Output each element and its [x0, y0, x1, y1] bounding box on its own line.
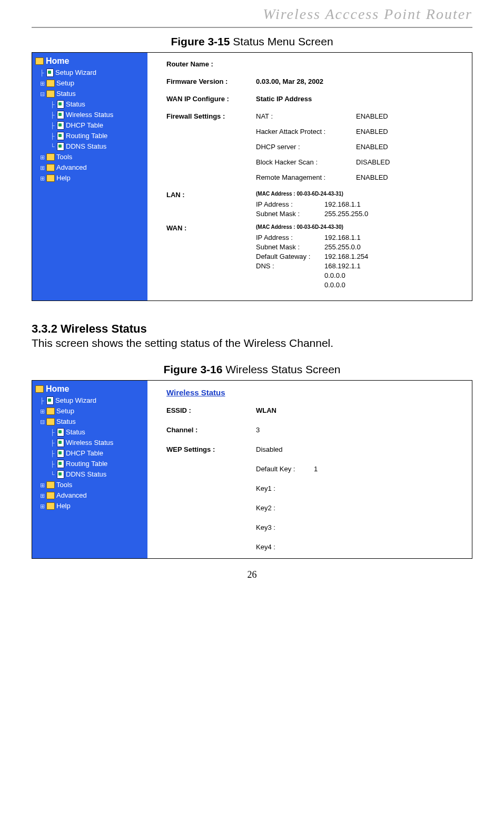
nav-ddns-status-label: DDNS Status [66, 141, 106, 152]
nav-advanced[interactable]: ⊞ Advanced [34, 162, 147, 173]
tree-line-icon: ├ [50, 459, 55, 469]
expand-icon[interactable]: ⊞ [39, 406, 45, 416]
nav-advanced-2[interactable]: ⊞ Advanced [34, 490, 147, 501]
folder-open-icon [35, 385, 44, 393]
lan-label: LAN : [166, 191, 256, 199]
header-title: Wireless Acccess Point Router [263, 6, 472, 23]
expand-icon[interactable]: ⊞ [39, 173, 45, 183]
nav-wireless-status-label: Wireless Status [66, 110, 113, 120]
fw-block-scan: Block Hacker Scan :DISABLED [256, 158, 390, 166]
nav-setup-wizard-label-2: Setup Wizard [55, 395, 96, 406]
wan-mask-label: Subnet Mask : [256, 242, 324, 252]
nav-home-label-2: Home [46, 384, 69, 394]
tree-line-icon: ├ [50, 131, 55, 141]
nav-status-status[interactable]: ├ Status [34, 99, 147, 110]
collapse-icon[interactable]: ⊟ [39, 416, 45, 427]
fw-block-scan-label: Block Hacker Scan : [256, 158, 356, 166]
nav-ddns-status-label-2: DDNS Status [66, 469, 106, 480]
nav-ddns-status[interactable]: └ DDNS Status [34, 141, 147, 152]
expand-icon[interactable]: ⊞ [39, 501, 45, 511]
fw-nat-label: NAT : [256, 112, 356, 120]
doc-icon [46, 396, 54, 405]
nav-setup-wizard[interactable]: ├ Setup Wizard [34, 67, 147, 78]
figure-caption-2: Figure 3-16 Wireless Status Screen [32, 363, 472, 376]
section-body: This screen shows the setting status of … [32, 337, 472, 350]
nav-tools-2[interactable]: ⊞ Tools [34, 480, 147, 490]
doc-icon [57, 111, 64, 119]
lan-ip-block: IP Address :192.168.1.1 Subnet Mask :255… [256, 200, 368, 219]
router-name-label: Router Name : [166, 60, 256, 68]
doc-icon [57, 428, 64, 436]
expand-icon[interactable]: ⊞ [39, 162, 45, 173]
nav-dhcp-table-2[interactable]: ├ DHCP Table [34, 448, 147, 459]
nav-sidebar-2: Home ├ Setup Wizard ⊞ Setup ⊟ Status ├ S… [32, 381, 147, 558]
page-number: 26 [32, 569, 472, 580]
folder-icon [46, 174, 55, 182]
nav-tools-label: Tools [56, 152, 72, 162]
nav-status[interactable]: ⊟ Status [34, 89, 147, 99]
caption-2-bold: Figure 3-16 [163, 363, 222, 375]
firewall-items: NAT :ENABLED Hacker Attack Protect :ENAB… [256, 112, 390, 181]
nav-setup-wizard-2[interactable]: ├ Setup Wizard [34, 395, 147, 406]
doc-icon [57, 142, 64, 151]
wan-dns3-label [256, 280, 324, 290]
collapse-icon[interactable]: ⊟ [39, 89, 45, 99]
expand-icon[interactable]: ⊞ [39, 490, 45, 501]
tree-line-icon: ├ [50, 427, 55, 438]
nav-home[interactable]: Home [34, 56, 147, 66]
wireless-status-title: Wireless Status [166, 388, 463, 397]
wan-dns3-value: 0.0.0.0 [324, 280, 345, 290]
folder-open-icon [46, 418, 55, 425]
doc-icon [57, 121, 64, 130]
fw-version-value: 0.03.00, Mar 28, 2002 [256, 77, 323, 85]
nav-setup-2[interactable]: ⊞ Setup [34, 406, 147, 416]
nav-dhcp-table[interactable]: ├ DHCP Table [34, 120, 147, 131]
wireless-status-screenshot: Home ├ Setup Wizard ⊞ Setup ⊟ Status ├ S… [32, 380, 472, 559]
firewall-label: Firewall Settings : [166, 112, 256, 120]
nav-wireless-status[interactable]: ├ Wireless Status [34, 110, 147, 120]
fw-block-scan-value: DISABLED [356, 158, 390, 166]
nav-wireless-status-label-2: Wireless Status [66, 438, 113, 448]
doc-icon [57, 132, 64, 140]
key3-label: Key3 : [256, 523, 314, 531]
wan-dns-value: 168.192.1.1 [324, 261, 361, 271]
nav-status-status-2[interactable]: ├ Status [34, 427, 147, 438]
doc-icon [57, 439, 64, 447]
nav-tools-label-2: Tools [56, 480, 72, 490]
nav-setup[interactable]: ⊞ Setup [34, 78, 147, 89]
status-content: Router Name : Firmware Version : 0.03.00… [147, 53, 472, 300]
folder-icon [46, 481, 55, 489]
nav-wireless-status-2[interactable]: ├ Wireless Status [34, 438, 147, 448]
channel-value: 3 [256, 426, 260, 434]
lan-ip-value: 192.168.1.1 [324, 200, 361, 209]
caption-1-text: Status Menu Screen [230, 35, 333, 47]
nav-routing-table-2[interactable]: ├ Routing Table [34, 459, 147, 469]
expand-icon[interactable]: ⊞ [39, 78, 45, 89]
key1-label: Key1 : [256, 484, 314, 492]
nav-setup-label-2: Setup [56, 406, 74, 416]
wan-dns2-label [256, 271, 324, 280]
nav-help[interactable]: ⊞ Help [34, 173, 147, 183]
nav-home-label: Home [46, 56, 69, 66]
nav-home-2[interactable]: Home [34, 384, 147, 394]
wan-ip-value: 192.168.1.1 [324, 233, 361, 242]
expand-icon[interactable]: ⊞ [39, 480, 45, 490]
fw-dhcp-server-value: ENABLED [356, 143, 388, 151]
nav-status-2[interactable]: ⊟ Status [34, 416, 147, 427]
nav-ddns-status-2[interactable]: └ DDNS Status [34, 469, 147, 480]
expand-icon[interactable]: ⊞ [39, 152, 45, 162]
wan-gw-label: Default Gateway : [256, 252, 324, 261]
wan-mac: (MAC Address : 00-03-6D-24-43-30) [256, 224, 368, 230]
tree-line-icon: ├ [50, 99, 55, 110]
nav-help-label: Help [56, 173, 71, 183]
wan-label: WAN : [166, 224, 256, 232]
nav-tools[interactable]: ⊞ Tools [34, 152, 147, 162]
fw-remote-mgmt: Remote Management :ENABLED [256, 173, 390, 181]
wireless-status-content: Wireless Status ESSID : WLAN Channel : 3… [147, 381, 472, 558]
lan-mac: (MAC Address : 00-03-6D-24-43-31) [256, 191, 368, 197]
nav-help-2[interactable]: ⊞ Help [34, 501, 147, 511]
tree-line-icon: ├ [50, 438, 55, 448]
tree-line-icon: ├ [50, 120, 55, 131]
nav-routing-table[interactable]: ├ Routing Table [34, 131, 147, 141]
tree-line-icon: ├ [50, 110, 55, 120]
